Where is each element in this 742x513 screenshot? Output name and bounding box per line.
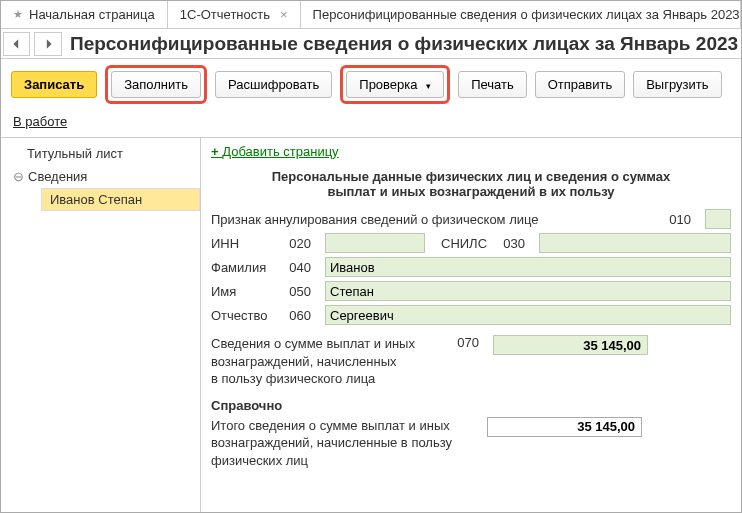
sidebar-item-data[interactable]: Сведения	[1, 165, 200, 188]
row-surname: Фамилия 040	[211, 257, 731, 277]
name-code: 050	[281, 284, 311, 299]
section-title: Персональные данные физических лиц и све…	[211, 169, 731, 199]
tab-reporting-label: 1С-Отчетность	[180, 7, 270, 22]
arrow-left-icon	[11, 38, 23, 50]
name-input[interactable]	[325, 281, 731, 301]
highlight-check: Проверка ▾	[340, 65, 450, 104]
snils-code: 030	[495, 236, 525, 251]
sidebar: Титульный лист Сведения Иванов Степан	[1, 138, 201, 513]
inn-code: 020	[281, 236, 311, 251]
pay-input[interactable]	[493, 335, 648, 355]
patronymic-input[interactable]	[325, 305, 731, 325]
pay-info-l2: вознаграждений, начисленных	[211, 354, 397, 369]
tab-home[interactable]: Начальная страница	[1, 1, 168, 28]
chevron-down-icon: ▾	[426, 81, 431, 91]
annul-label: Признак аннулирования сведений о физичес…	[211, 212, 653, 227]
fill-button[interactable]: Заполнить	[111, 71, 201, 98]
toolbar: Записать Заполнить Расшифровать Проверка…	[1, 59, 741, 110]
annul-code: 010	[661, 212, 691, 227]
ref-text-l3: физических лиц	[211, 453, 308, 468]
inn-label: ИНН	[211, 236, 273, 251]
snils-label: СНИЛС	[441, 236, 487, 251]
row-patronymic: Отчество 060	[211, 305, 731, 325]
row-ref: Итого сведения о сумме выплат и иных воз…	[211, 417, 731, 470]
surname-code: 040	[281, 260, 311, 275]
patronymic-label: Отчество	[211, 308, 273, 323]
forward-button[interactable]	[34, 32, 61, 56]
content: Добавить страницу Персональные данные фи…	[201, 138, 741, 513]
surname-input[interactable]	[325, 257, 731, 277]
highlight-fill: Заполнить	[105, 65, 207, 104]
arrow-right-icon	[42, 38, 54, 50]
sidebar-item-person[interactable]: Иванов Степан	[41, 188, 200, 211]
annul-input[interactable]	[705, 209, 731, 229]
snils-input[interactable]	[539, 233, 731, 253]
tabs-bar: Начальная страница 1С-Отчетность × Персо…	[1, 1, 741, 29]
decode-button[interactable]: Расшифровать	[215, 71, 332, 98]
save-button[interactable]: Записать	[11, 71, 97, 98]
main-area: Титульный лист Сведения Иванов Степан До…	[1, 138, 741, 513]
tab-current-label: Персонифицированные сведения о физически…	[313, 7, 741, 22]
send-button[interactable]: Отправить	[535, 71, 625, 98]
navbar: Персонифицированные сведения о физически…	[1, 29, 741, 59]
patronymic-code: 060	[281, 308, 311, 323]
ref-text-l2: вознаграждений, начисленные в пользу	[211, 435, 452, 450]
tab-home-label: Начальная страница	[29, 7, 155, 22]
page-title: Персонифицированные сведения о физически…	[64, 33, 741, 55]
row-pay: Сведения о сумме выплат и иных вознаграж…	[211, 335, 731, 388]
print-button[interactable]: Печать	[458, 71, 527, 98]
tab-current[interactable]: Персонифицированные сведения о физически…	[301, 1, 741, 28]
section-title-l2: выплат и иных вознаграждений в их пользу	[327, 184, 614, 199]
sidebar-item-title-page[interactable]: Титульный лист	[1, 142, 200, 165]
pay-info-l1: Сведения о сумме выплат и иных	[211, 336, 415, 351]
pay-code: 070	[439, 335, 479, 350]
export-button[interactable]: Выгрузить	[633, 71, 721, 98]
pay-info-l3: в пользу физического лица	[211, 371, 375, 386]
row-inn-snils: ИНН 020 СНИЛС 030	[211, 233, 731, 253]
check-button-label: Проверка	[359, 77, 417, 92]
ref-text: Итого сведения о сумме выплат и иных воз…	[211, 417, 479, 470]
status-link[interactable]: В работе	[13, 114, 67, 129]
pay-info: Сведения о сумме выплат и иных вознаграж…	[211, 335, 431, 388]
check-button[interactable]: Проверка ▾	[346, 71, 444, 98]
row-annul: Признак аннулирования сведений о физичес…	[211, 209, 731, 229]
surname-label: Фамилия	[211, 260, 273, 275]
inn-input[interactable]	[325, 233, 425, 253]
add-page-link[interactable]: Добавить страницу	[211, 144, 339, 159]
section-title-l1: Персональные данные физических лиц и све…	[272, 169, 671, 184]
tab-reporting[interactable]: 1С-Отчетность ×	[168, 1, 301, 28]
status-bar: В работе	[1, 110, 741, 138]
ref-title: Справочно	[211, 398, 731, 413]
back-button[interactable]	[3, 32, 30, 56]
ref-input	[487, 417, 642, 437]
row-name: Имя 050	[211, 281, 731, 301]
ref-text-l1: Итого сведения о сумме выплат и иных	[211, 418, 450, 433]
name-label: Имя	[211, 284, 273, 299]
close-icon[interactable]: ×	[280, 7, 288, 22]
